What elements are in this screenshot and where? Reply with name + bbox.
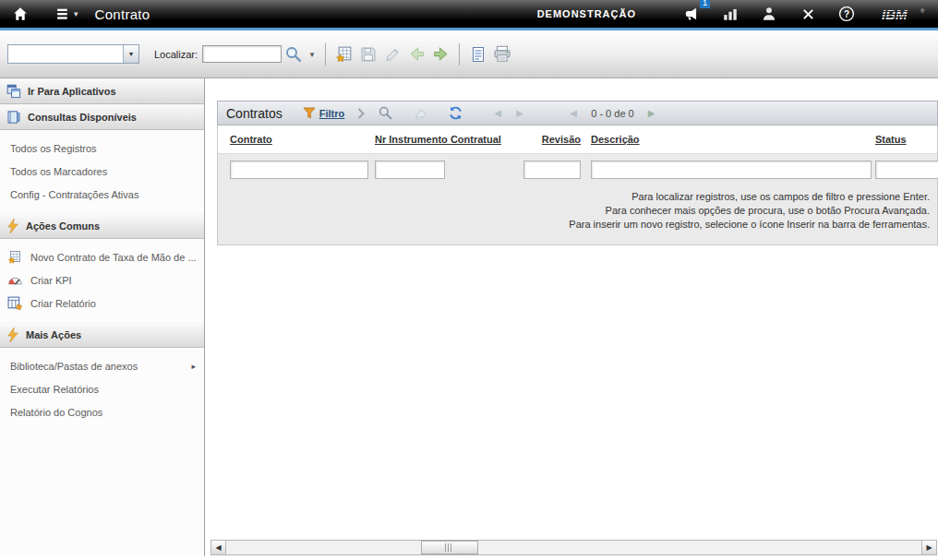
grid-help-text: Para localizar registros, use os campos … [218, 185, 937, 244]
ibm-logo-text: IBM [882, 6, 908, 22]
search-options-caret[interactable]: ▾ [306, 42, 319, 66]
filter-link[interactable]: Filtro [319, 108, 345, 119]
advanced-search-button[interactable] [374, 103, 396, 124]
sidebar-header-common-actions[interactable]: Ações Comuns [0, 213, 204, 239]
new-record-button[interactable] [332, 42, 356, 66]
start-center-button[interactable] [719, 3, 741, 25]
search-icon [284, 45, 303, 64]
action-combobox[interactable]: ▾ [7, 44, 139, 64]
previous-record-button[interactable] [404, 42, 428, 66]
scroll-right-button[interactable]: ▶ [921, 541, 936, 554]
sidebar-header-label: Ir Para Aplicativos [28, 86, 116, 97]
next-record-button[interactable] [428, 42, 452, 66]
print-button[interactable] [490, 42, 514, 66]
announcements-button[interactable]: 1 [680, 3, 703, 25]
applications-icon [6, 84, 21, 99]
sidebar-header-label: Ações Comuns [26, 220, 100, 232]
topbar: ▾ Contrato DEMONSTRAÇÃO 1 ? [0, 0, 938, 30]
ibm-logo-mark: ® [920, 6, 925, 13]
queries-group: Todos os Registros Todos os Marcadores C… [0, 130, 204, 213]
column-header-nr-instrumento[interactable]: Nr Instrumento Contratual [375, 134, 501, 145]
maximo-app: ▾ Contrato DEMONSTRAÇÃO 1 ? [0, 0, 938, 560]
sidebar-item-active-contracts-query[interactable]: Config - Contratações Ativas [0, 183, 204, 206]
combobox-caret-button[interactable]: ▾ [123, 45, 138, 63]
change-status-button[interactable] [466, 42, 490, 66]
next-page-button[interactable]: ▶ [641, 103, 663, 124]
megaphone-icon [683, 6, 700, 22]
scroll-left-button[interactable]: ◀ [211, 541, 226, 554]
lightning-icon [6, 219, 19, 233]
contracts-grid: Contratos Filtro [217, 101, 938, 245]
save-button[interactable] [356, 42, 380, 66]
column-header-contrato[interactable]: Contrato [230, 134, 272, 145]
filter-input-nr-instrumento[interactable] [375, 161, 445, 179]
column-header-revisao-cell: Revisão [520, 134, 583, 145]
previous-page-button[interactable]: ◀ [562, 103, 584, 124]
close-icon [802, 8, 814, 20]
lightning-icon [6, 328, 19, 342]
sidebar-item-all-bookmarks[interactable]: Todos os Marcadores [0, 160, 204, 183]
column-header-revisao[interactable]: Revisão [542, 134, 581, 145]
column-header-contrato-cell: Contrato [218, 134, 372, 145]
main-toolbar: ▾ Localizar: ▾ [0, 30, 938, 78]
chevron-down-icon: ▾ [129, 50, 133, 58]
sidebar-item-go-to-applications[interactable]: Ir Para Aplicativos [0, 78, 204, 104]
sidebar-header-label: Mais Ações [26, 329, 81, 340]
toolbar-separator [459, 43, 460, 66]
next-row-button[interactable]: ▶ [509, 103, 531, 124]
sidebar-header-more-actions[interactable]: Mais Ações [0, 322, 204, 348]
sidebar-item-run-reports[interactable]: Executar Relatórios [0, 377, 204, 400]
sidebar-item-create-kpi[interactable]: Criar KPI [0, 268, 204, 292]
arrow-left-icon [407, 44, 427, 64]
chevron-down-icon: ▾ [310, 50, 315, 59]
filter-input-descricao[interactable] [591, 161, 872, 179]
profile-button[interactable] [758, 3, 780, 25]
person-icon [761, 6, 777, 22]
arrow-left-icon: ◀ [570, 108, 577, 118]
horizontal-scrollbar[interactable]: ◀ ▶ [210, 540, 937, 555]
filter-input-revisao[interactable] [523, 161, 581, 179]
column-header-descricao[interactable]: Descrição [591, 134, 640, 145]
column-header-status-cell: Status [871, 134, 937, 145]
sidebar-item-attachments-library[interactable]: Biblioteca/Pastas de anexos ▸ [0, 354, 204, 377]
arrow-left-icon: ◀ [494, 108, 501, 118]
sidebar-item-new-contract[interactable]: Novo Contrato de Taxa de Mão de ... [0, 245, 204, 268]
clear-changes-button[interactable] [380, 42, 404, 66]
pencil-icon [383, 45, 402, 64]
grid-header-row: Contrato Nr Instrumento Contratual Revis… [218, 125, 937, 154]
arrow-right-icon [431, 44, 451, 64]
filter-input-status[interactable] [875, 161, 938, 179]
scrollbar-thumb[interactable] [421, 541, 478, 554]
sidebar-item-cognos-report[interactable]: Relatório do Cognos [0, 400, 204, 423]
search-button[interactable] [282, 42, 306, 66]
previous-row-button[interactable]: ◀ [487, 103, 509, 124]
signout-button[interactable] [797, 3, 819, 25]
filter-input-contrato[interactable] [230, 161, 368, 179]
scrollbar-track[interactable] [226, 541, 921, 554]
app-title: Contrato [95, 6, 150, 22]
sidebar-item-create-report[interactable]: Criar Relatório [0, 292, 204, 315]
goto-menu-button[interactable]: ▾ [55, 6, 78, 22]
ibm-logo: IBM ® [882, 6, 927, 22]
printer-icon [492, 44, 512, 64]
help-icon: ? [838, 6, 855, 22]
home-button[interactable] [9, 3, 31, 25]
refresh-button[interactable] [444, 103, 466, 124]
clear-filter-button[interactable] [409, 103, 431, 124]
filter-toggle[interactable]: Filtro [303, 107, 345, 119]
new-record-icon [7, 249, 23, 265]
sidebar-header-available-queries[interactable]: Consultas Disponíveis [0, 104, 204, 130]
goto-menu-icon [55, 6, 71, 22]
column-header-status[interactable]: Status [875, 134, 907, 145]
help-button[interactable]: ? [836, 3, 858, 25]
more-actions-group: Biblioteca/Pastas de anexos ▸ Executar R… [0, 348, 204, 431]
help-line: Para localizar registros, use os campos … [218, 190, 930, 204]
sidebar-item-all-records[interactable]: Todos os Registros [0, 137, 204, 160]
submenu-arrow-icon: ▸ [191, 362, 204, 371]
sidebar-item-label: Config - Contratações Ativas [10, 189, 138, 200]
sidebar-item-label: Todos os Registros [10, 143, 97, 154]
combobox-value [8, 45, 123, 63]
toolbar-separator [325, 43, 326, 66]
environment-label: DEMONSTRAÇÃO [537, 8, 636, 19]
find-input[interactable] [202, 45, 282, 63]
